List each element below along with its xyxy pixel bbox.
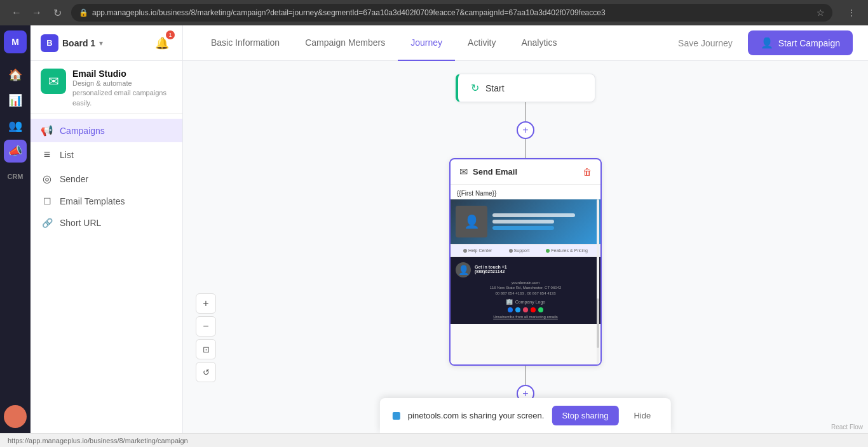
start-node-label: Start — [485, 83, 505, 93]
notification-bell[interactable]: 🔔 1 — [152, 33, 172, 53]
email-template-preview: 👤 — [451, 199, 600, 364]
sidebar-item-sender[interactable]: ◎ Sender — [31, 167, 182, 190]
send-email-title: Send Email — [473, 167, 517, 177]
rail-logo[interactable]: M — [4, 30, 27, 53]
app-container: M 🏠 📊 👥 📣 CRM B Board 1 ▾ 🔔 1 ✉ Email St… — [0, 25, 868, 433]
notification-badge: 1 — [166, 30, 175, 39]
hide-button[interactable]: Hide — [626, 406, 658, 425]
stop-sharing-button[interactable]: Stop sharing — [552, 406, 618, 425]
email-footer-row: 👤 Get in touch +1(888)62521142 — [456, 262, 595, 277]
sidebar-item-email-templates[interactable]: ☐ Email Templates — [31, 190, 182, 212]
app-icon: ✉ — [41, 69, 66, 94]
status-bar: https://app.manageplus.io/business/8/mar… — [0, 433, 868, 447]
status-url: https://app.manageplus.io/business/8/mar… — [8, 437, 188, 444]
tab-campaign-members[interactable]: Campaign Members — [292, 25, 398, 61]
email-header-image: 👤 — [451, 199, 600, 244]
campaigns-label: Campaigns — [60, 126, 105, 136]
rail-users-icon[interactable]: 👥 — [4, 114, 27, 137]
rail-home-icon[interactable]: 🏠 — [4, 63, 27, 86]
send-email-header: ✉ Send Email 🗑 — [451, 159, 600, 184]
sidebar-item-list[interactable]: ≡ List — [31, 142, 182, 167]
footer-avatar: 👤 — [456, 262, 471, 277]
rail-crm-icon[interactable]: CRM — [4, 165, 27, 188]
campaigns-icon: 📢 — [41, 124, 53, 137]
forward-button[interactable]: → — [28, 4, 46, 22]
tab-journey[interactable]: Journey — [398, 25, 455, 61]
youtube-icon — [531, 307, 536, 312]
star-icon: ☆ — [817, 8, 825, 18]
browser-action-icons: ⋮ — [843, 4, 860, 22]
top-nav-actions: Save Journey 👤 Start Campaign — [670, 30, 853, 55]
rail-campaigns-icon[interactable]: 📣 — [4, 140, 27, 163]
rail-analytics-icon[interactable]: 📊 — [4, 89, 27, 112]
board-chevron-icon[interactable]: ▾ — [99, 39, 103, 48]
email-templates-icon: ☐ — [41, 196, 53, 206]
connector-line-3 — [525, 366, 526, 385]
back-button[interactable]: ← — [8, 4, 25, 22]
footer-contact: Get in touch +1(888)62521142 — [475, 265, 595, 275]
sidebar-nav: 📢 Campaigns ≡ List ◎ Sender ☐ Email Temp… — [31, 114, 182, 239]
zoom-in-button[interactable]: + — [196, 293, 216, 314]
zoom-reset-button[interactable]: ↺ — [196, 362, 216, 382]
footer-logo-icon: 🏢 — [506, 298, 513, 305]
add-step-button-1[interactable]: + — [517, 121, 534, 139]
top-nav: Basic Information Campaign Members Journ… — [183, 25, 868, 61]
email-nav-support: Support — [509, 248, 530, 253]
sidebar: B Board 1 ▾ 🔔 1 ✉ Email Studio Design & … — [31, 25, 183, 433]
tab-analytics[interactable]: Analytics — [508, 25, 569, 61]
twitter-icon — [515, 307, 520, 312]
icon-rail: M 🏠 📊 👥 📣 CRM — [0, 25, 31, 433]
app-name: Email Studio — [72, 69, 172, 79]
app-desc: Design & automate personalized email cam… — [72, 79, 172, 108]
board-header: B Board 1 ▾ 🔔 1 — [31, 25, 182, 61]
send-email-block[interactable]: ✉ Send Email 🗑 {{First Name}} 👤 — [449, 158, 602, 366]
social-icons — [456, 307, 595, 312]
sender-label: Sender — [60, 174, 88, 184]
flow-diagram: ↻ Start + ✉ Send Email 🗑 — [449, 74, 602, 433]
zoom-fit-button[interactable]: ⊡ — [196, 339, 216, 359]
email-person-image: 👤 — [456, 206, 487, 237]
unsubscribe-link: Unsubscribe from all marketing emails — [456, 315, 595, 319]
connector-line-1 — [525, 102, 526, 121]
nav-dot-1 — [463, 249, 467, 253]
delete-block-button[interactable]: 🗑 — [583, 167, 592, 177]
url-text: app.manageplus.io/business/8/marketing/c… — [92, 8, 813, 17]
email-text-content — [487, 213, 595, 230]
journey-canvas[interactable]: ↻ Start + ✉ Send Email 🗑 — [183, 61, 868, 433]
email-firstname: {{First Name}} — [451, 185, 600, 199]
zoom-out-button[interactable]: − — [196, 316, 216, 337]
react-flow-label: React Flow — [831, 424, 863, 430]
zoom-controls: + − ⊡ ↺ — [196, 293, 216, 382]
sharing-bar: pinetools.com is sharing your screen. St… — [380, 398, 671, 433]
start-node[interactable]: ↻ Start — [456, 74, 595, 102]
email-text-line-2 — [492, 220, 554, 223]
short-url-icon: 🔗 — [41, 218, 53, 228]
nav-dot-3 — [546, 249, 550, 253]
tab-activity[interactable]: Activity — [455, 25, 508, 61]
footer-logo-row: 🏢 Company Logo — [456, 298, 595, 305]
user-avatar[interactable] — [4, 405, 27, 428]
sidebar-item-campaigns[interactable]: 📢 Campaigns — [31, 119, 182, 142]
sidebar-item-short-url[interactable]: 🔗 Short URL — [31, 212, 182, 234]
browser-menu-button[interactable]: ⋮ — [843, 4, 860, 22]
user-circle-icon: 👤 — [761, 37, 773, 49]
email-icon: ✉ — [459, 166, 468, 178]
main-content: Basic Information Campaign Members Journ… — [183, 25, 868, 433]
sharing-indicator — [393, 412, 400, 420]
board-name: Board 1 — [62, 38, 95, 48]
nav-dot-2 — [509, 249, 513, 253]
email-scrollthumb — [597, 298, 599, 348]
facebook-icon — [508, 307, 513, 312]
footer-address: yourdomain.com116 New State Rd, Manchest… — [456, 280, 595, 296]
email-footer: 👤 Get in touch +1(888)62521142 yourdomai… — [451, 257, 600, 324]
refresh-button[interactable]: ↻ — [48, 4, 66, 22]
address-bar[interactable]: 🔒 app.manageplus.io/business/8/marketing… — [71, 4, 832, 22]
email-templates-label: Email Templates — [60, 196, 125, 206]
tab-basic-information[interactable]: Basic Information — [198, 25, 292, 61]
board-icon: B — [41, 34, 58, 52]
save-journey-button[interactable]: Save Journey — [670, 33, 740, 53]
email-text-line-1 — [492, 213, 575, 217]
start-campaign-button[interactable]: 👤 Start Campaign — [748, 30, 853, 55]
email-scrollbar[interactable] — [597, 199, 599, 364]
footer-logo-text: Company Logo — [515, 300, 545, 304]
